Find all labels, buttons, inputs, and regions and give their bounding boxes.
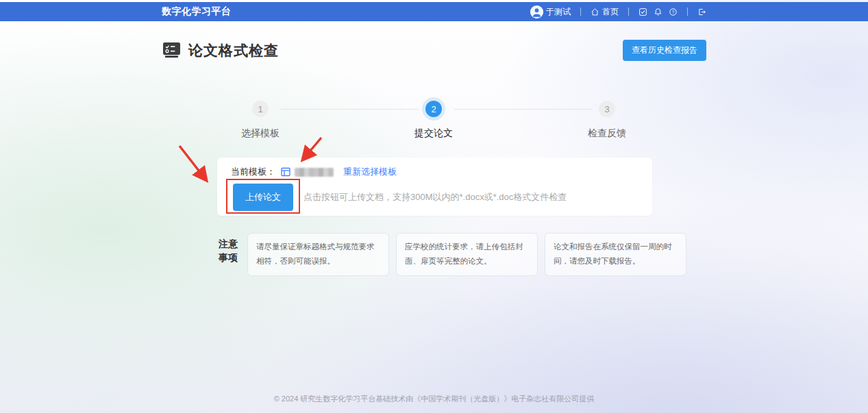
step-1-circle: 1 — [252, 101, 269, 117]
step-2-circle: 2 — [425, 101, 442, 117]
step-2-submit-paper: 2 提交论文 — [347, 101, 521, 140]
tasks-icon[interactable] — [638, 8, 647, 16]
step-3-check-feedback: 3 检查反馈 — [521, 101, 694, 140]
top-navbar: 数字化学习平台 于测试 首页 ? — [0, 2, 868, 21]
notice-card-2: 应学校的统计要求，请上传包括封面、扉页等完整的论文。 — [396, 233, 538, 276]
stepper: 1 选择模板 2 提交论文 3 检查反馈 — [174, 101, 695, 140]
notice-card-3: 论文和报告在系统仅保留一周的时间，请您及时下载报告。 — [545, 233, 686, 276]
format-check-icon — [162, 42, 182, 59]
template-name-redacted — [295, 168, 334, 177]
user-avatar — [530, 5, 543, 18]
help-icon[interactable]: ? — [669, 8, 678, 16]
user-menu[interactable]: 于测试 — [530, 5, 571, 18]
notices-section: 注意 事项 请尽量保证章标题格式与规范要求相符，否则可能误报。 应学校的统计要求… — [219, 233, 706, 276]
divider — [687, 8, 688, 16]
logout-icon[interactable] — [697, 8, 706, 16]
step-3-label: 检查反馈 — [588, 127, 626, 140]
svg-text:?: ? — [672, 9, 675, 14]
page-body: 论文格式检查 查看历史检查报告 1 选择模板 2 提交论文 3 检查反馈 当前模… — [0, 21, 868, 413]
divider — [580, 8, 581, 16]
template-icon — [281, 167, 290, 177]
home-label: 首页 — [602, 6, 619, 18]
upload-paper-button[interactable]: 上传论文 — [233, 184, 293, 211]
home-link[interactable]: 首页 — [591, 6, 619, 18]
step-1-select-template: 1 选择模板 — [174, 101, 347, 140]
divider — [628, 8, 629, 16]
footer-copyright: © 2024 研究生数字化学习平台基础技术由《中国学术期刊（光盘版）》电子杂志社… — [0, 394, 868, 404]
notification-bell-icon[interactable] — [654, 8, 662, 16]
notices-title: 注意 事项 — [219, 237, 240, 265]
step-1-label: 选择模板 — [241, 127, 280, 140]
step-2-label: 提交论文 — [414, 127, 453, 140]
current-template-label: 当前模板： — [231, 166, 275, 178]
home-icon — [591, 8, 599, 16]
brand-title: 数字化学习平台 — [162, 5, 232, 18]
reselect-template-link[interactable]: 重新选择模板 — [343, 166, 397, 178]
page-title: 论文格式检查 — [188, 41, 279, 60]
step-3-circle: 3 — [599, 101, 615, 117]
upload-hint-text: 点击按钮可上传文档，支持300M以内的*.docx或*.doc格式文件检查 — [303, 191, 567, 203]
view-history-reports-button[interactable]: 查看历史检查报告 — [623, 40, 706, 61]
user-name: 于测试 — [546, 6, 571, 18]
notice-card-1: 请尽量保证章标题格式与规范要求相符，否则可能误报。 — [247, 233, 389, 276]
upload-card: 当前模板： 重新选择模板 上传论文 点击按钮可上传文档，支持300M以内的*.d… — [217, 158, 652, 216]
